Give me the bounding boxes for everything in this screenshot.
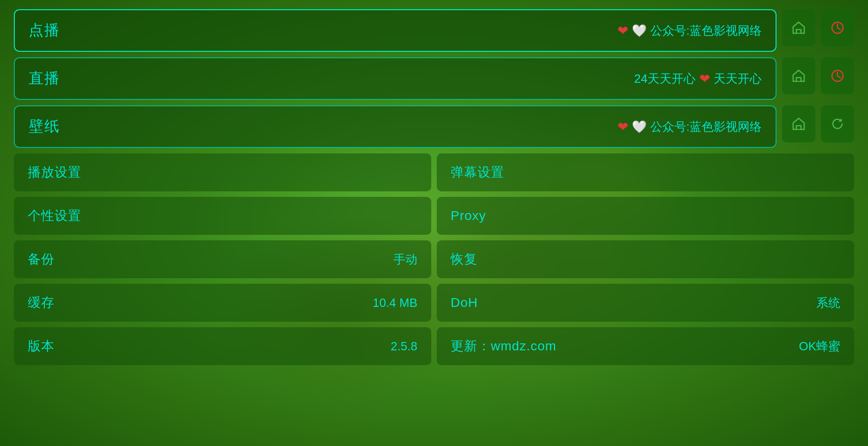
heart-gold-icon: 🤍	[632, 24, 647, 38]
cache-value: 10.4 MB	[373, 296, 417, 310]
cache-card[interactable]: 缓存 10.4 MB	[14, 284, 431, 322]
wall-card[interactable]: 壁纸 ❤ 🤍 公众号:蓝色影视网络	[14, 105, 776, 148]
wall-heart-gold: 🤍	[632, 120, 647, 134]
vod-row: 点播 ❤ 🤍 公众号:蓝色影视网络	[14, 9, 854, 52]
live-clock-button[interactable]	[821, 57, 854, 94]
backup-label: 备份	[28, 250, 55, 268]
wall-heart-red: ❤	[617, 119, 628, 134]
vod-badge: 公众号:蓝色影视网络	[650, 23, 762, 39]
danmu-settings-label: 弹幕设置	[451, 164, 504, 181]
restore-label: 恢复	[451, 250, 477, 268]
vod-clock-button[interactable]	[821, 9, 854, 46]
live-card[interactable]: 直播 24天天开心 ❤ 天天开心	[14, 57, 776, 100]
wall-label: 壁纸	[29, 116, 60, 137]
backup-value: 手动	[393, 251, 417, 268]
update-label: 更新：wmdz.com	[451, 337, 556, 355]
doh-card[interactable]: DoH 系统	[437, 284, 854, 322]
proxy-label: Proxy	[451, 208, 486, 223]
vod-home-button[interactable]	[782, 9, 815, 46]
live-badge24: 24天天开心	[634, 71, 696, 87]
grid-row-4: 缓存 10.4 MB DoH 系统	[14, 284, 854, 322]
grid-row-2: 个性设置 Proxy	[14, 197, 854, 235]
cache-label: 缓存	[28, 294, 55, 312]
grid-row-3: 备份 手动 恢复	[14, 240, 854, 278]
live-row: 直播 24天天开心 ❤ 天天开心	[14, 57, 854, 100]
version-value: 2.5.8	[391, 339, 417, 354]
personal-settings-card[interactable]: 个性设置	[14, 197, 431, 235]
doh-value: 系统	[816, 295, 840, 311]
grid-row-5: 版本 2.5.8 更新：wmdz.com OK蜂蜜	[14, 327, 854, 365]
live-home-button[interactable]	[782, 57, 815, 94]
vod-right: ❤ 🤍 公众号:蓝色影视网络	[617, 23, 762, 39]
play-settings-card[interactable]: 播放设置	[14, 153, 431, 191]
version-card[interactable]: 版本 2.5.8	[14, 327, 431, 365]
wall-right: ❤ 🤍 公众号:蓝色影视网络	[617, 119, 762, 135]
personal-settings-label: 个性设置	[28, 207, 81, 225]
live-right: 24天天开心 ❤ 天天开心	[634, 71, 762, 87]
restore-card[interactable]: 恢复	[437, 240, 854, 278]
wall-home-button[interactable]	[782, 105, 815, 142]
vod-card[interactable]: 点播 ❤ 🤍 公众号:蓝色影视网络	[14, 9, 776, 52]
danmu-settings-card[interactable]: 弹幕设置	[437, 153, 854, 191]
backup-card[interactable]: 备份 手动	[14, 240, 431, 278]
live-heart-icon: ❤	[699, 71, 710, 86]
play-settings-label: 播放设置	[28, 164, 81, 181]
proxy-card[interactable]: Proxy	[437, 197, 854, 235]
version-label: 版本	[28, 337, 55, 355]
update-value: OK蜂蜜	[799, 338, 840, 354]
grid-row-1: 播放设置 弹幕设置	[14, 153, 854, 191]
heart-red-icon: ❤	[617, 23, 628, 38]
wall-row: 壁纸 ❤ 🤍 公众号:蓝色影视网络	[14, 105, 854, 148]
main-container: 点播 ❤ 🤍 公众号:蓝色影视网络 直播 24天天开心	[14, 9, 854, 437]
live-badge-end: 天天开心	[714, 71, 762, 87]
update-card[interactable]: 更新：wmdz.com OK蜂蜜	[437, 327, 854, 365]
wall-refresh-button[interactable]	[821, 105, 854, 142]
doh-label: DoH	[451, 295, 478, 310]
wall-badge: 公众号:蓝色影视网络	[650, 119, 762, 135]
vod-label: 点播	[29, 20, 60, 41]
live-label: 直播	[29, 68, 60, 89]
